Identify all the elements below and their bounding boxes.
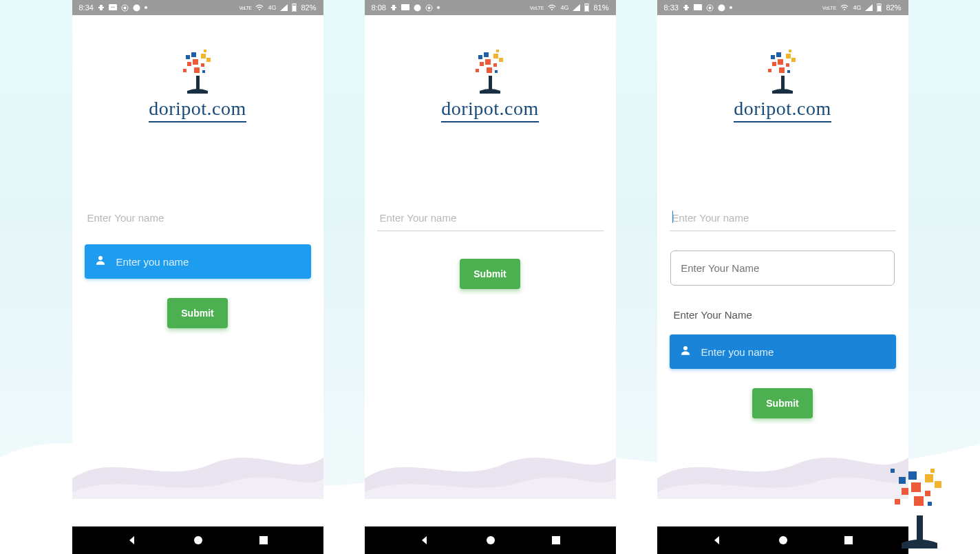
status-time: 8:08	[372, 3, 386, 12]
nav-back-icon[interactable]	[127, 535, 138, 546]
svg-point-36	[551, 9, 553, 10]
status-battery-icon	[292, 3, 297, 12]
status-dot-icon	[145, 6, 147, 9]
logo-tree-icon	[758, 50, 807, 95]
nav-recent-icon[interactable]	[844, 535, 853, 545]
svg-rect-76	[787, 70, 790, 73]
svg-rect-17	[187, 62, 191, 66]
status-bar: 8:08 VoLTE 4G 81%	[365, 0, 616, 15]
phone-screen-3: 8:33 VoLTE 4G 82%	[657, 0, 908, 554]
logo-text: doripot.com	[734, 98, 831, 122]
svg-rect-44	[485, 59, 491, 65]
svg-rect-28	[259, 536, 268, 544]
svg-rect-48	[499, 58, 503, 62]
svg-rect-22	[206, 58, 211, 62]
status-signal-icon	[280, 4, 288, 11]
name-filled-input[interactable]: Enter you name	[670, 334, 896, 369]
svg-rect-49	[496, 50, 499, 52]
nav-recent-icon[interactable]	[259, 535, 268, 545]
svg-rect-75	[768, 69, 771, 72]
submit-button[interactable]: Submit	[460, 259, 520, 289]
logo-tree-icon	[173, 50, 222, 95]
svg-rect-13	[292, 6, 296, 11]
android-nav-bar	[72, 526, 323, 554]
svg-rect-87	[925, 474, 933, 482]
svg-point-78	[779, 536, 787, 544]
svg-rect-66	[771, 55, 775, 59]
status-lte-icon: VoLTE	[239, 6, 251, 10]
svg-rect-84	[911, 482, 921, 492]
status-battery-text: 81%	[593, 3, 608, 12]
svg-rect-80	[917, 515, 923, 543]
svg-rect-74	[789, 50, 791, 52]
nav-back-icon[interactable]	[419, 535, 430, 546]
svg-rect-1	[98, 7, 104, 8]
svg-rect-47	[493, 54, 498, 58]
svg-point-8	[133, 4, 140, 11]
content-bottom-wave	[72, 416, 323, 499]
status-network-label: 4G	[560, 4, 568, 11]
name-underline-input[interactable]	[377, 205, 604, 231]
svg-rect-88	[935, 481, 941, 488]
status-chat-icon	[401, 4, 409, 11]
submit-button[interactable]: Submit	[752, 388, 812, 418]
svg-point-52	[487, 536, 495, 544]
status-battery-icon	[584, 3, 589, 12]
nav-home-icon[interactable]	[778, 535, 789, 546]
status-wifi-icon	[255, 4, 264, 11]
svg-point-5	[114, 7, 115, 8]
status-notif-icon	[683, 4, 690, 11]
svg-rect-39	[585, 6, 588, 11]
logo: doripot.com	[734, 50, 831, 122]
svg-rect-79	[844, 536, 853, 544]
svg-rect-85	[914, 496, 924, 506]
logo-text: doripot.com	[441, 98, 539, 122]
svg-rect-89	[930, 469, 935, 473]
screen-content: doripot.com Enter Your Name Enter you na…	[657, 15, 908, 526]
status-record-icon	[706, 4, 714, 12]
svg-point-60	[729, 6, 732, 9]
svg-point-7	[123, 6, 126, 9]
svg-rect-65	[781, 76, 785, 91]
name-underline-input[interactable]	[670, 205, 896, 231]
svg-rect-23	[204, 50, 206, 52]
status-settings-icon	[414, 4, 421, 12]
text-cursor	[672, 211, 674, 223]
screen-content: doripot.com Submit	[365, 15, 616, 526]
name-outlined-input[interactable]	[670, 251, 895, 286]
status-battery-text: 82%	[301, 3, 316, 12]
submit-button[interactable]: Submit	[167, 298, 227, 328]
android-nav-bar	[657, 526, 908, 554]
nav-recent-icon[interactable]	[551, 535, 561, 545]
svg-point-34	[427, 6, 430, 9]
svg-rect-53	[552, 536, 560, 544]
status-record-icon	[121, 4, 129, 12]
nav-back-icon[interactable]	[712, 535, 723, 546]
svg-point-4	[112, 7, 114, 8]
logo-text: doripot.com	[149, 98, 246, 122]
status-battery-icon	[877, 3, 882, 12]
nav-home-icon[interactable]	[193, 535, 204, 546]
status-bar: 8:33 VoLTE 4G 82%	[657, 0, 908, 15]
name-underline-input-focused-wrap	[670, 205, 896, 231]
status-battery-text: 82%	[886, 3, 901, 12]
svg-rect-82	[908, 471, 917, 480]
svg-rect-42	[484, 52, 489, 57]
status-signal-icon	[865, 4, 873, 11]
phone-screen-1: 8:34 VoLTE 4G 82%	[72, 0, 323, 554]
svg-point-32	[414, 4, 420, 11]
svg-rect-67	[776, 52, 781, 57]
android-nav-bar	[365, 526, 616, 554]
svg-rect-56	[694, 4, 702, 10]
nav-home-icon[interactable]	[485, 535, 496, 546]
name-underline-input[interactable]	[85, 205, 311, 231]
logo-tree-icon	[466, 50, 514, 95]
svg-rect-92	[891, 469, 895, 473]
name-filled-input[interactable]: Enter you name	[85, 244, 311, 279]
status-network-label: 4G	[853, 4, 861, 11]
svg-rect-51	[495, 70, 498, 73]
svg-rect-31	[401, 4, 409, 10]
status-dot-icon	[437, 6, 440, 9]
svg-rect-18	[193, 59, 198, 65]
status-lte-icon: VoLTE	[822, 6, 837, 10]
